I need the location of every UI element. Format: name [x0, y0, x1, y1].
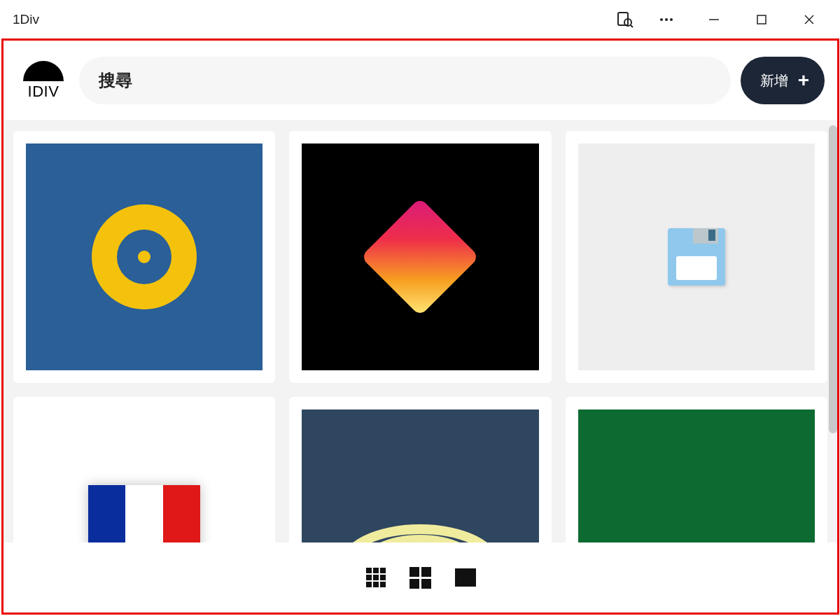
- gallery-scroll-area: [4, 121, 837, 612]
- add-button-label: 新增: [760, 71, 788, 90]
- gallery-card[interactable]: [289, 131, 551, 383]
- add-button[interactable]: 新增 +: [741, 57, 825, 104]
- close-button[interactable]: [785, 0, 833, 38]
- donut-artwork: [26, 144, 262, 370]
- floppy-disk-artwork: [578, 144, 815, 370]
- search-field-container[interactable]: [79, 57, 731, 104]
- app-header: IDIV 新增 +: [4, 41, 837, 121]
- gallery-card[interactable]: [566, 131, 827, 383]
- svg-point-5: [670, 18, 673, 21]
- logo-label: IDIV: [28, 83, 59, 101]
- gallery-card[interactable]: [13, 131, 275, 383]
- gradient-diamond-artwork: [302, 144, 538, 370]
- window-titlebar: 1Div: [0, 0, 840, 38]
- search-input[interactable]: [99, 71, 711, 90]
- view-small-grid-button[interactable]: [362, 564, 390, 592]
- view-large-grid-button[interactable]: [407, 564, 435, 592]
- logo-dome-icon: [23, 61, 64, 81]
- more-icon[interactable]: [643, 0, 690, 38]
- svg-point-3: [660, 18, 663, 21]
- search-page-icon[interactable]: [608, 0, 643, 38]
- plus-icon: +: [798, 71, 809, 90]
- svg-point-4: [665, 18, 668, 21]
- window-title: 1Div: [13, 12, 39, 27]
- view-mode-bar: [4, 542, 837, 612]
- maximize-button[interactable]: [738, 0, 785, 38]
- view-single-button[interactable]: [451, 564, 479, 592]
- svg-line-2: [631, 25, 633, 27]
- svg-rect-7: [757, 15, 766, 24]
- scrollbar-thumb[interactable]: [829, 125, 837, 433]
- app-logo: IDIV: [18, 61, 69, 101]
- minimize-button[interactable]: [690, 0, 738, 38]
